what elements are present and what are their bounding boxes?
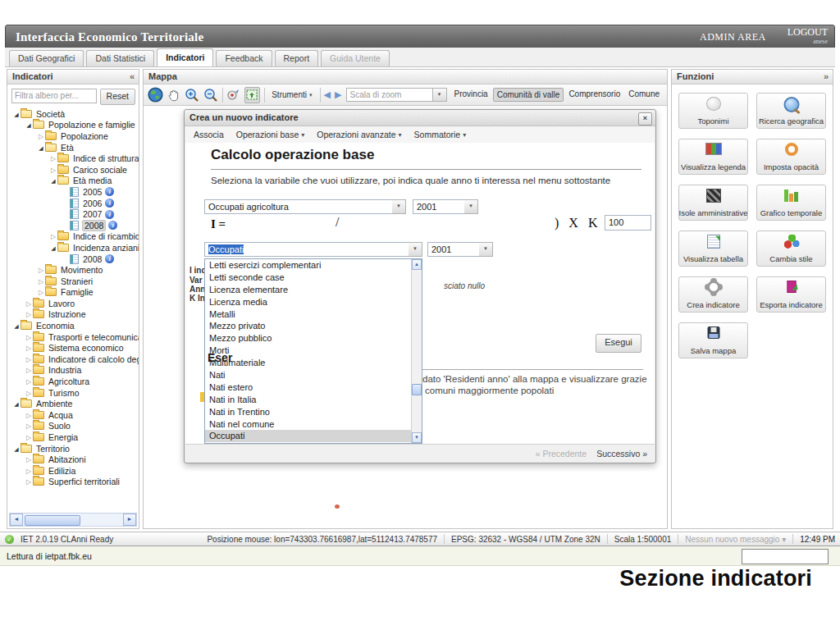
tree-toggle-icon[interactable] bbox=[25, 299, 33, 308]
tree-item[interactable]: Economia bbox=[7, 320, 139, 331]
scrollbar-thumb[interactable] bbox=[412, 384, 422, 395]
dropdown-option[interactable]: Licenza media bbox=[205, 296, 411, 308]
tree-item[interactable]: Acqua bbox=[7, 409, 139, 421]
function-button[interactable]: Visualizza tabella bbox=[678, 231, 748, 267]
esegui-button[interactable]: Esegui bbox=[596, 334, 641, 353]
tree-item[interactable]: Energia bbox=[7, 431, 139, 443]
scrollbar-thumb[interactable] bbox=[25, 515, 80, 526]
info-icon[interactable] bbox=[105, 254, 114, 263]
function-button[interactable]: Visualizza legenda bbox=[678, 139, 748, 175]
previous-extent-icon[interactable]: ◀ bbox=[324, 89, 331, 100]
tree-toggle-icon[interactable] bbox=[25, 343, 33, 353]
dialog-menu-item[interactable]: Sommatorie bbox=[414, 130, 467, 139]
tree-item[interactable]: Società bbox=[7, 108, 139, 120]
tree-item[interactable]: Popolazione bbox=[7, 130, 139, 142]
tree-toggle-icon[interactable] bbox=[12, 399, 21, 409]
tree-item[interactable]: Età bbox=[7, 142, 139, 153]
tree-toggle-icon[interactable] bbox=[37, 143, 45, 153]
scroll-right-icon[interactable]: ► bbox=[123, 514, 136, 526]
tree-item[interactable]: 2008 bbox=[7, 253, 139, 265]
tab[interactable]: Dati Geografici bbox=[9, 50, 84, 66]
tree-item[interactable]: Indice di ricambio bbox=[7, 231, 139, 243]
admin-area-link[interactable]: ADMIN AREA bbox=[700, 31, 766, 43]
tree-item[interactable]: Indicatore di calcolo degli abit bbox=[7, 354, 139, 365]
precedente-button[interactable]: « Precedente bbox=[536, 449, 587, 459]
function-button[interactable]: Imposta opacità bbox=[756, 139, 826, 175]
tree-toggle-icon[interactable] bbox=[25, 466, 33, 476]
tree-item[interactable]: Industria bbox=[7, 365, 139, 377]
tab[interactable]: Dati Statistici bbox=[86, 50, 154, 66]
strumenti-menu-button[interactable]: Strumenti ▾ bbox=[268, 89, 315, 101]
tree-item[interactable]: 2008 bbox=[7, 220, 139, 231]
dropdown-option[interactable]: Nati in Trentino bbox=[205, 406, 411, 418]
dropdown-option[interactable]: Licenza elementare bbox=[205, 284, 411, 296]
tree-item[interactable]: Popolazione e famiglie bbox=[7, 120, 139, 131]
dropdown-scrollbar[interactable]: ▲ ▼ bbox=[411, 259, 422, 443]
tree-item[interactable]: Abitazioni bbox=[7, 454, 139, 465]
tree-toggle-icon[interactable] bbox=[25, 120, 33, 130]
zoom-scale-combo[interactable]: Scala di zoom ▼ bbox=[346, 88, 447, 102]
variable-combo-2[interactable]: Occupati ▼ bbox=[204, 242, 422, 257]
tree-toggle-icon[interactable] bbox=[49, 165, 57, 175]
function-button[interactable]: Esporta indicatore bbox=[756, 276, 826, 313]
collapse-panel-icon[interactable]: « bbox=[130, 71, 135, 84]
box-select-tool-icon[interactable] bbox=[244, 87, 260, 103]
tree-toggle-icon[interactable] bbox=[49, 231, 57, 241]
dropdown-option[interactable]: Occupati bbox=[205, 430, 411, 442]
tree-item[interactable]: Lavoro bbox=[7, 298, 139, 309]
tree-item[interactable]: Superfici territoriali bbox=[7, 477, 139, 488]
chevron-down-icon[interactable]: ▼ bbox=[409, 242, 422, 257]
tree-item[interactable]: Incidenza anziani bbox=[7, 242, 139, 253]
function-button[interactable]: Cambia stile bbox=[756, 231, 826, 267]
tree-toggle-icon[interactable] bbox=[25, 377, 33, 386]
tree-horizontal-scrollbar[interactable]: ◄ ► bbox=[9, 513, 137, 527]
function-button[interactable]: Isole amministrative bbox=[678, 185, 748, 221]
identify-tool-icon[interactable] bbox=[226, 87, 240, 103]
tree-item[interactable]: Carico sociale bbox=[7, 164, 139, 176]
function-button[interactable]: Toponimi bbox=[678, 93, 748, 129]
info-icon[interactable] bbox=[108, 221, 117, 230]
expand-panel-icon[interactable]: » bbox=[824, 71, 829, 84]
tree-toggle-icon[interactable] bbox=[25, 454, 33, 464]
logout-link[interactable]: LOGOUT anese bbox=[788, 28, 828, 46]
tree-item[interactable]: Movimento bbox=[7, 264, 139, 276]
close-icon[interactable]: × bbox=[638, 112, 652, 126]
dropdown-option[interactable]: Multimateriale bbox=[205, 357, 411, 369]
scroll-up-icon[interactable]: ▲ bbox=[412, 259, 422, 270]
tree-toggle-icon[interactable] bbox=[25, 421, 33, 431]
info-icon[interactable] bbox=[105, 187, 114, 196]
chevron-down-icon[interactable]: ▼ bbox=[433, 88, 447, 102]
dialog-menu-item[interactable]: Operazioni avanzate bbox=[317, 130, 401, 139]
tree-toggle-icon[interactable] bbox=[37, 265, 45, 275]
info-icon[interactable] bbox=[105, 210, 114, 219]
tree-toggle-icon[interactable] bbox=[25, 410, 33, 420]
year-combo-2[interactable]: 2001 ▼ bbox=[427, 242, 493, 257]
function-button[interactable]: Salva mappa bbox=[678, 322, 748, 358]
tree-item[interactable]: 2005 bbox=[7, 186, 139, 198]
tree-toggle-icon[interactable] bbox=[12, 109, 21, 119]
k-value-input[interactable]: 100 bbox=[605, 215, 651, 231]
variable-combo-1[interactable]: Occupati agricoltura ▼ bbox=[204, 199, 406, 214]
dropdown-option[interactable]: Letti esercizi complementari bbox=[205, 259, 411, 272]
dropdown-option[interactable]: Nati bbox=[205, 369, 411, 381]
tree-toggle-icon[interactable] bbox=[12, 444, 21, 454]
info-icon[interactable] bbox=[105, 199, 114, 208]
tree-filter-input[interactable]: Filtra albero per... bbox=[11, 89, 97, 103]
tree-item[interactable]: Edilizia bbox=[7, 465, 139, 477]
successivo-button[interactable]: Successivo » bbox=[596, 449, 647, 459]
function-button[interactable]: Ricerca geografica bbox=[756, 93, 826, 129]
zoom-level-button[interactable]: Comprensorio bbox=[565, 88, 623, 102]
dropdown-option[interactable]: Letti seconde case bbox=[205, 272, 411, 284]
tree-item[interactable]: Ambiente bbox=[7, 398, 139, 409]
tree-item[interactable]: 2007 bbox=[7, 208, 139, 220]
dropdown-option[interactable]: Nati in Italia bbox=[205, 394, 411, 406]
tab[interactable]: Report bbox=[275, 50, 319, 66]
chevron-down-icon[interactable]: ▼ bbox=[464, 199, 478, 214]
tree-toggle-icon[interactable] bbox=[37, 276, 45, 286]
reset-button[interactable]: Reset bbox=[100, 89, 135, 105]
function-button[interactable]: Grafico temporale bbox=[756, 185, 826, 221]
globe-icon[interactable] bbox=[148, 87, 163, 103]
tree-item[interactable]: Sistema economico bbox=[7, 342, 139, 354]
zoom-in-icon[interactable] bbox=[185, 87, 199, 103]
year-combo-1[interactable]: 2001 ▼ bbox=[413, 199, 478, 214]
